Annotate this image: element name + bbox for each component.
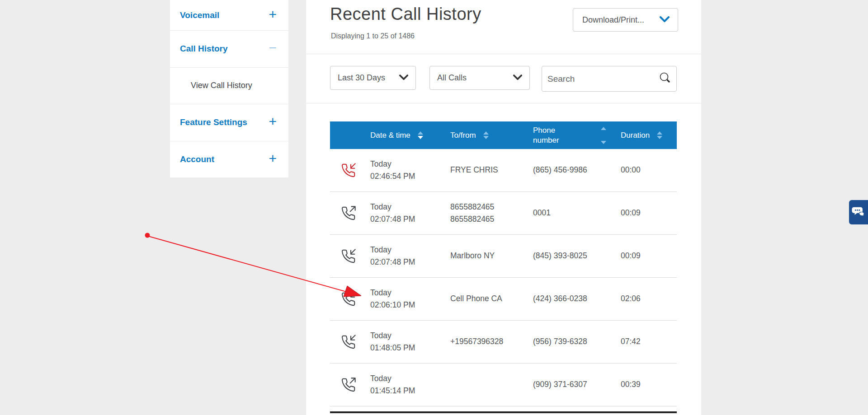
sidebar-item-label: Feature Settings (180, 117, 247, 127)
date-time-cell: Today 02:07:48 PM (366, 244, 450, 268)
date-time-cell: Today 01:45:14 PM (366, 373, 450, 397)
results-count: Displaying 1 to 25 of 1486 (331, 32, 415, 40)
table-row: Today 01:48:05 PM +19567396328 (956) 739… (330, 321, 677, 364)
sort-arrows-icon[interactable] (418, 131, 423, 139)
to-from-cell: Marlboro NY (450, 250, 533, 262)
call-direction-icon (341, 292, 356, 307)
to-from-cell: FRYE CHRIS (450, 164, 533, 176)
date-range-dropdown[interactable]: Last 30 Days (330, 66, 416, 90)
date-time-cell: Today 01:48:05 PM (366, 330, 450, 354)
to-from-cell: Cell Phone CA (450, 293, 533, 305)
page-title: Recent Call History (330, 5, 481, 24)
phone-number-cell: (424) 366-0238 (533, 293, 620, 305)
sidebar-item[interactable]: Call History (170, 31, 288, 68)
download-print-button[interactable]: Download/Print... (573, 8, 678, 32)
column-header-to-from[interactable]: To/from (450, 131, 533, 140)
expander-icon[interactable] (269, 115, 277, 128)
table-header-row: Date & time To/from Phone number Duratio… (330, 121, 677, 149)
call-type-value: All Calls (437, 73, 467, 83)
table-row: Today 02:06:10 PM Cell Phone CA (424) 36… (330, 278, 677, 321)
sidebar-item[interactable]: View Call History (170, 68, 288, 105)
expander-icon[interactable] (269, 8, 277, 21)
date-time-cell: Today 02:07:48 PM (366, 201, 450, 225)
sidebar-item-label: Call History (180, 44, 228, 54)
table-row: Today 02:07:48 PM Marlboro NY (845) 393-… (330, 235, 677, 278)
search-box (542, 66, 677, 92)
header-divider (306, 54, 701, 54)
duration-cell: 00:00 (620, 164, 677, 176)
duration-cell: 00:09 (620, 250, 677, 262)
phone-number-cell: 0001 (533, 207, 620, 219)
sidebar-item-label: Voicemail (180, 10, 219, 20)
duration-cell: 00:09 (620, 207, 677, 219)
sort-arrows-icon[interactable] (483, 131, 489, 139)
sidebar-item[interactable]: Feature Settings (170, 104, 288, 141)
table-row: Today 02:07:48 PM 8655882465 8655882465 … (330, 192, 677, 235)
expander-icon[interactable] (269, 152, 277, 165)
chevron-down-icon (513, 73, 522, 83)
call-direction-icon (341, 249, 356, 264)
download-print-label: Download/Print... (582, 15, 644, 25)
date-range-value: Last 30 Days (338, 73, 385, 83)
sidebar-item-label: Account (180, 154, 214, 164)
call-direction-icon (341, 378, 356, 392)
duration-cell: 02:06 (620, 293, 677, 305)
chevron-down-icon (660, 15, 670, 25)
column-header-phone-number[interactable]: Phone number (533, 126, 620, 145)
sidebar-item[interactable]: Voicemail (170, 0, 288, 31)
sort-arrows-icon[interactable] (657, 131, 662, 139)
to-from-cell: +19567396328 (450, 336, 533, 348)
call-direction-icon (341, 206, 356, 221)
call-history-table: Date & time To/from Phone number Duratio… (330, 121, 677, 413)
duration-cell: 07:42 (620, 336, 677, 348)
chevron-down-icon (399, 73, 408, 83)
main-panel: Recent Call History Displaying 1 to 25 o… (306, 0, 701, 415)
phone-number-cell: (845) 393-8025 (533, 250, 620, 262)
table-bottom-cutoff-line (330, 411, 677, 413)
duration-cell: 00:39 (620, 378, 677, 391)
call-direction-icon (341, 163, 356, 178)
phone-number-cell: (956) 739-6328 (533, 336, 620, 348)
column-header-date-time[interactable]: Date & time (366, 131, 450, 140)
chat-bubbles-icon (852, 205, 865, 220)
sidebar-item[interactable]: Account (170, 141, 288, 178)
sort-arrows-icon[interactable] (601, 127, 606, 144)
table-row: Today 01:45:14 PM (909) 371-6307 00:39 (330, 364, 677, 406)
call-direction-icon (341, 335, 356, 350)
sidebar-item-label: View Call History (180, 81, 252, 90)
call-type-dropdown[interactable]: All Calls (429, 66, 530, 90)
page: Voicemail Call History View Call History… (0, 0, 868, 415)
column-header-duration[interactable]: Duration (620, 131, 677, 140)
filters-divider (306, 103, 701, 103)
phone-number-cell: (909) 371-6307 (533, 378, 620, 391)
phone-number-cell: (865) 456-9986 (533, 164, 620, 176)
sidebar: Voicemail Call History View Call History… (170, 0, 288, 177)
date-time-cell: Today 02:46:54 PM (366, 158, 450, 182)
table-row: Today 02:46:54 PM FRYE CHRIS (865) 456-9… (330, 149, 677, 192)
date-time-cell: Today 02:06:10 PM (366, 287, 450, 311)
to-from-cell: 8655882465 8655882465 (450, 201, 533, 225)
expander-icon[interactable] (269, 41, 277, 55)
search-input[interactable] (547, 74, 658, 84)
chat-button[interactable] (849, 200, 868, 224)
search-icon[interactable] (658, 71, 672, 87)
